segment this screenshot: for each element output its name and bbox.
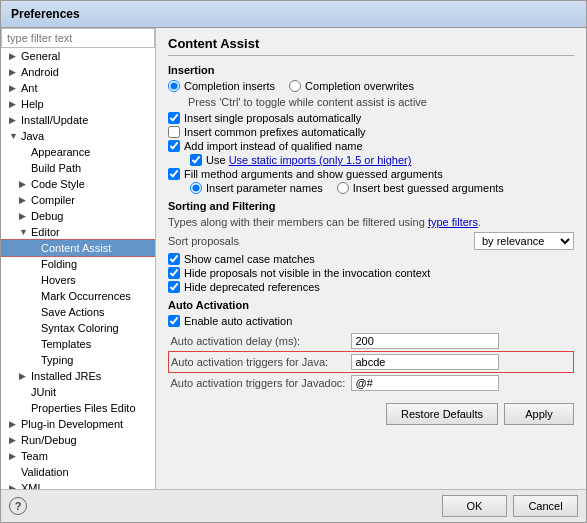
ok-button[interactable]: OK <box>442 495 507 517</box>
sidebar-item-plugin[interactable]: ▶ Plug-in Development <box>1 416 155 432</box>
insertion-label: Insertion <box>168 64 574 76</box>
java-triggers-input[interactable] <box>351 354 499 370</box>
sort-proposals-row: Sort proposals by relevance alphabetical… <box>168 232 574 250</box>
sorting-desc: Types along with their members can be fi… <box>168 216 574 228</box>
sidebar-item-hovers[interactable]: Hovers <box>1 272 155 288</box>
debug-arrow: ▶ <box>19 211 29 221</box>
sidebar-item-team[interactable]: ▶ Team <box>1 448 155 464</box>
filter-input[interactable] <box>1 28 155 48</box>
sidebar-item-ant[interactable]: ▶ Ant <box>1 80 155 96</box>
cb-hide-visible-input[interactable] <box>168 267 180 279</box>
cb-single-proposals-input[interactable] <box>168 112 180 124</box>
cb-common-prefixes-input[interactable] <box>168 126 180 138</box>
type-filters-link[interactable]: type filters <box>428 216 478 228</box>
param-radio-group: Insert parameter names Insert best guess… <box>190 182 574 194</box>
ctrl-hint: Press 'Ctrl' to toggle while content ass… <box>188 96 574 108</box>
radio-inserts-input[interactable] <box>168 80 180 92</box>
sidebar-item-codestyle[interactable]: ▶ Code Style <box>1 176 155 192</box>
sidebar-item-typing[interactable]: Typing <box>1 352 155 368</box>
sidebar-item-buildpath[interactable]: Build Path <box>1 160 155 176</box>
sidebar-item-templates[interactable]: Templates <box>1 336 155 352</box>
sidebar-item-installed-jres[interactable]: ▶ Installed JREs <box>1 368 155 384</box>
javadoc-triggers-row: Auto activation triggers for Javadoc: <box>169 373 574 394</box>
main-panel: Content Assist Insertion Completion inse… <box>156 28 586 489</box>
sidebar-item-validation[interactable]: Validation <box>1 464 155 480</box>
cb-hide-not-visible[interactable]: Hide proposals not visible in the invoca… <box>168 267 574 279</box>
jres-arrow: ▶ <box>19 371 29 381</box>
cb-fill-method-input[interactable] <box>168 168 180 180</box>
radio-params-input[interactable] <box>190 182 202 194</box>
sidebar-item-junit[interactable]: JUnit <box>1 384 155 400</box>
radio-completion-overwrites[interactable]: Completion overwrites <box>289 80 414 92</box>
plugin-arrow: ▶ <box>9 419 19 429</box>
static-imports-link[interactable]: Use static imports (only 1.5 or higher) <box>229 154 412 166</box>
javadoc-triggers-input[interactable] <box>351 375 499 391</box>
radio-best-input[interactable] <box>337 182 349 194</box>
compiler-arrow: ▶ <box>19 195 29 205</box>
sidebar-item-properties[interactable]: Properties Files Edito <box>1 400 155 416</box>
cb-hide-deprecated[interactable]: Hide deprecated references <box>168 281 574 293</box>
cb-add-import[interactable]: Add import instead of qualified name <box>168 140 574 152</box>
dialog-body: ▶ General ▶ Android ▶ Ant ▶ Help ▶ Insta… <box>1 28 586 489</box>
auto-activation-label: Auto Activation <box>168 299 574 311</box>
cb-camel-input[interactable] <box>168 253 180 265</box>
sidebar-item-xml[interactable]: ▶ XML <box>1 480 155 489</box>
delay-input[interactable] <box>351 333 499 349</box>
help-arrow: ▶ <box>9 99 19 109</box>
dialog-title: Preferences <box>1 1 586 28</box>
sorting-label: Sorting and Filtering <box>168 200 574 212</box>
restore-defaults-button[interactable]: Restore Defaults <box>386 403 498 425</box>
radio-overwrites-input[interactable] <box>289 80 301 92</box>
ant-arrow: ▶ <box>9 83 19 93</box>
sidebar-item-editor[interactable]: ▼ Editor <box>1 224 155 240</box>
sidebar-item-install[interactable]: ▶ Install/Update <box>1 112 155 128</box>
help-icon[interactable]: ? <box>9 497 27 515</box>
sidebar-item-help[interactable]: ▶ Help <box>1 96 155 112</box>
sidebar-item-mark-occurrences[interactable]: Mark Occurrences <box>1 288 155 304</box>
sidebar-item-rundebug[interactable]: ▶ Run/Debug <box>1 432 155 448</box>
sidebar-item-debug[interactable]: ▶ Debug <box>1 208 155 224</box>
sidebar-item-android[interactable]: ▶ Android <box>1 64 155 80</box>
java-triggers-row: Auto activation triggers for Java: <box>169 352 574 373</box>
cb-common-prefixes[interactable]: Insert common prefixes automatically <box>168 126 574 138</box>
team-arrow: ▶ <box>9 451 19 461</box>
sidebar-item-save-actions[interactable]: Save Actions <box>1 304 155 320</box>
sidebar-item-appearance[interactable]: Appearance <box>1 144 155 160</box>
cb-single-proposals[interactable]: Insert single proposals automatically <box>168 112 574 124</box>
bottom-bar: ? OK Cancel <box>1 489 586 522</box>
preferences-dialog: Preferences ▶ General ▶ Android ▶ Ant ▶ … <box>0 0 587 523</box>
radio-completion-inserts[interactable]: Completion inserts <box>168 80 275 92</box>
cb-deprecated-input[interactable] <box>168 281 180 293</box>
completion-radio-group: Completion inserts Completion overwrites <box>168 80 574 92</box>
cb-add-import-input[interactable] <box>168 140 180 152</box>
rundebug-arrow: ▶ <box>9 435 19 445</box>
page-title: Content Assist <box>168 36 574 56</box>
cancel-button[interactable]: Cancel <box>513 495 578 517</box>
install-arrow: ▶ <box>9 115 19 125</box>
sort-proposals-label: Sort proposals <box>168 235 239 247</box>
cb-fill-method[interactable]: Fill method arguments and show guessed a… <box>168 168 574 180</box>
cb-static-imports[interactable]: Use Use static imports (only 1.5 or high… <box>190 154 574 166</box>
sidebar-item-compiler[interactable]: ▶ Compiler <box>1 192 155 208</box>
cb-camel-case[interactable]: Show camel case matches <box>168 253 574 265</box>
sidebar-item-general[interactable]: ▶ General <box>1 48 155 64</box>
java-arrow: ▼ <box>9 131 19 141</box>
auto-activation-table: Auto activation delay (ms): Auto activat… <box>168 331 574 393</box>
sort-proposals-select[interactable]: by relevance alphabetically <box>474 232 574 250</box>
sidebar-item-folding[interactable]: Folding <box>1 256 155 272</box>
cb-static-imports-input[interactable] <box>190 154 202 166</box>
sidebar-item-java[interactable]: ▼ Java <box>1 128 155 144</box>
apply-button[interactable]: Apply <box>504 403 574 425</box>
radio-insert-params[interactable]: Insert parameter names <box>190 182 323 194</box>
sidebar-item-content-assist[interactable]: Content Assist <box>1 240 155 256</box>
ok-cancel-buttons: OK Cancel <box>442 495 578 517</box>
cb-enable-auto-input[interactable] <box>168 315 180 327</box>
radio-best-guessed[interactable]: Insert best guessed arguments <box>337 182 504 194</box>
cb-enable-auto[interactable]: Enable auto activation <box>168 315 574 327</box>
codestyle-arrow: ▶ <box>19 179 29 189</box>
sidebar-item-coloring[interactable]: Syntax Coloring <box>1 320 155 336</box>
general-arrow: ▶ <box>9 51 19 61</box>
android-arrow: ▶ <box>9 67 19 77</box>
dialog-title-text: Preferences <box>11 7 80 21</box>
delay-row: Auto activation delay (ms): <box>169 331 574 352</box>
